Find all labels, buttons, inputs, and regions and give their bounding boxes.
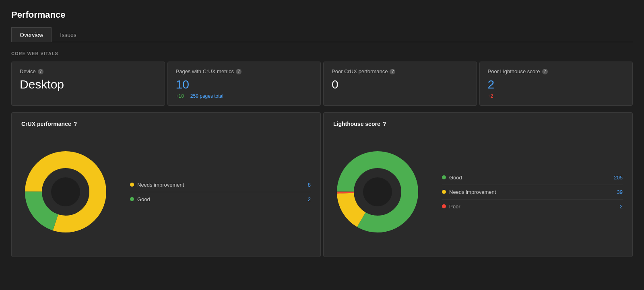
legend-value-poor-lighthouse: 2 [620,204,623,210]
help-icon-poor-lighthouse[interactable]: ? [542,69,548,74]
chart-card-lighthouse: Lighthouse score ? [323,112,633,257]
chart-body-crux: Needs improvement 8 Good 2 [21,135,311,249]
stat-value-poor-lighthouse: 2 [488,78,625,91]
stat-card-crux-pages: Pages with CrUX metrics ? 10 +10 259 pag… [167,62,321,106]
stat-sub-poor-lighthouse: +2 [488,93,625,99]
chart-body-lighthouse: Good 205 Needs improvement 39 [333,135,623,249]
chart-title-crux: CrUX performance ? [21,121,311,127]
stat-value-device: Desktop [20,78,157,91]
legend-value-good-crux: 2 [308,196,311,202]
legend-value-needs-improvement: 8 [308,182,311,188]
tab-overview[interactable]: Overview [11,27,52,42]
stat-value-poor-crux: 0 [332,78,469,91]
stat-label-crux-pages: Pages with CrUX metrics ? [176,68,313,74]
stat-card-device: Device ? Desktop [11,62,165,106]
legend-lighthouse: Good 205 Needs improvement 39 [442,171,623,214]
help-icon-crux-pages[interactable]: ? [236,69,242,74]
legend-item-needs-improvement: Needs improvement 8 [130,178,311,192]
stat-value-crux-pages: 10 [176,78,313,91]
crux-pages-delta: +10 [176,93,184,99]
legend-item-good-lighthouse: Good 205 [442,171,623,185]
tabs-bar: Overview Issues [11,27,633,42]
legend-item-poor-lighthouse: Poor 2 [442,200,623,214]
legend-dot-good-lighthouse [442,175,446,179]
stat-label-device: Device ? [20,68,157,74]
legend-dot-needs-improvement [130,183,134,187]
donut-svg-crux [21,148,110,236]
legend-item-good-crux: Good 2 [130,192,311,206]
legend-dot-needs-improvement-lighthouse [442,190,446,194]
legend-dot-good-crux [130,197,134,201]
donut-hole-crux [51,177,80,206]
section-label: CORE WEB VITALS [11,51,633,56]
donut-svg-lighthouse [333,148,422,236]
donut-hole-lighthouse [363,177,392,206]
stat-card-poor-crux: Poor CrUX performance ? 0 [323,62,477,106]
chart-title-lighthouse: Lighthouse score ? [333,121,623,127]
legend-value-needs-improvement-lighthouse: 39 [617,189,623,195]
tab-issues[interactable]: Issues [52,27,85,42]
help-icon-lighthouse-chart[interactable]: ? [383,121,386,127]
legend-value-good-lighthouse: 205 [614,175,623,181]
stat-label-poor-crux: Poor CrUX performance ? [332,68,469,74]
donut-lighthouse [333,148,422,236]
donut-crux [21,148,110,236]
page-title: Performance [11,10,633,20]
legend-item-needs-improvement-lighthouse: Needs improvement 39 [442,185,623,200]
help-icon-device[interactable]: ? [38,69,43,74]
page-container: Performance Overview Issues CORE WEB VIT… [0,0,644,267]
chart-card-crux: CrUX performance ? [11,112,321,257]
legend-crux: Needs improvement 8 Good 2 [130,178,311,206]
stat-label-poor-lighthouse: Poor Lighthouse score ? [488,68,625,74]
legend-dot-poor-lighthouse [442,204,446,208]
help-icon-crux-chart[interactable]: ? [74,121,77,127]
charts-row: CrUX performance ? [11,112,633,257]
stat-card-poor-lighthouse: Poor Lighthouse score ? 2 +2 [479,62,633,106]
stat-sub-crux-pages: +10 259 pages total [176,93,313,99]
help-icon-poor-crux[interactable]: ? [390,69,395,74]
lighthouse-delta: +2 [488,93,493,99]
stats-row: Device ? Desktop Pages with CrUX metrics… [11,62,633,106]
crux-pages-total: 259 pages total [190,93,223,99]
